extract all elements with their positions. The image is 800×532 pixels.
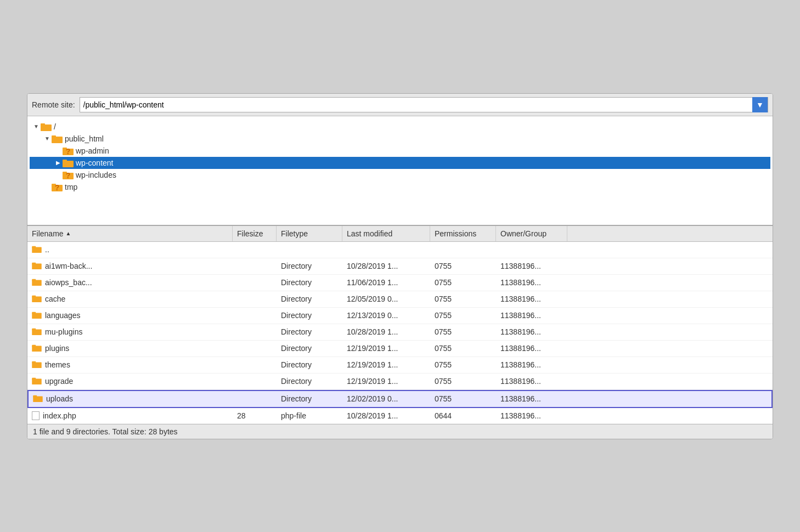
- file-cell-extra: [567, 258, 773, 274]
- file-cell-perms: [430, 242, 496, 258]
- tree-item-wp-content[interactable]: wp-content: [30, 157, 770, 169]
- col-header-permissions[interactable]: Permissions: [430, 226, 496, 241]
- file-cell-type: Directory: [277, 291, 342, 307]
- file-cell-modified: 12/05/2019 0...: [342, 291, 430, 307]
- file-icon-folder: [32, 360, 42, 370]
- file-cell-owner: 11388196...: [496, 357, 567, 373]
- file-cell-extra: [567, 275, 773, 291]
- file-cell-type: php-file: [277, 408, 342, 423]
- remote-site-input[interactable]: [80, 99, 752, 110]
- svg-rect-3: [52, 135, 56, 138]
- file-cell-modified: 12/19/2019 1...: [342, 357, 430, 373]
- svg-rect-16: [32, 246, 36, 248]
- file-cell-type: Directory: [277, 391, 342, 407]
- tree-item-root[interactable]: /: [30, 121, 770, 133]
- tree-label-tmp: tmp: [65, 183, 77, 191]
- tree-item-wp-admin[interactable]: ? wp-admin: [30, 145, 770, 157]
- file-name: ai1wm-back...: [45, 262, 92, 270]
- file-icon-folder: [32, 327, 42, 337]
- toggle-arrow-public-html: [43, 135, 52, 142]
- status-bar: 1 file and 9 directories. Total size: 28…: [27, 424, 773, 439]
- file-cell-perms: 0755: [430, 391, 496, 407]
- file-name: cache: [45, 295, 65, 303]
- col-header-last-modified[interactable]: Last modified: [342, 226, 430, 241]
- tree-item-tmp[interactable]: ? tmp: [30, 181, 770, 193]
- file-cell-extra: [567, 341, 773, 356]
- file-cell-name: languages: [27, 308, 233, 324]
- file-cell-modified: 10/28/2019 1...: [342, 258, 430, 274]
- file-cell-extra: [567, 357, 773, 373]
- file-cell-type: Directory: [277, 275, 342, 291]
- col-header-filename[interactable]: Filename ▲: [27, 226, 233, 241]
- file-cell-perms: 0755: [430, 373, 496, 389]
- file-name: themes: [45, 360, 70, 369]
- col-header-filesize[interactable]: Filesize: [233, 226, 277, 241]
- file-name: languages: [45, 311, 81, 320]
- file-cell-modified: 10/28/2019 1...: [342, 324, 430, 340]
- folder-icon-wp-admin: ?: [63, 146, 74, 155]
- folder-icon-root: [41, 122, 52, 131]
- file-row[interactable]: cache Directory 12/05/2019 0... 0755 113…: [27, 291, 773, 308]
- tree-label-wp-includes: wp-includes: [76, 171, 116, 179]
- file-cell-extra: [567, 373, 773, 389]
- file-name: index.php: [43, 411, 76, 420]
- file-cell-extra: [567, 291, 773, 307]
- file-cell-size: [233, 291, 277, 307]
- status-text: 1 file and 9 directories. Total size: 28…: [33, 427, 178, 436]
- file-cell-extra: [567, 391, 771, 407]
- file-cell-owner: 11388196...: [496, 391, 567, 407]
- col-header-filetype[interactable]: Filetype: [277, 226, 342, 241]
- tree-item-public-html[interactable]: public_html: [30, 133, 770, 145]
- file-row[interactable]: index.php 28 php-file 10/28/2019 1... 06…: [27, 408, 773, 424]
- file-icon-folder: [32, 344, 42, 353]
- svg-rect-32: [32, 377, 36, 380]
- file-row[interactable]: ai1wm-back... Directory 10/28/2019 1... …: [27, 258, 773, 275]
- file-row[interactable]: themes Directory 12/19/2019 1... 0755 11…: [27, 357, 773, 373]
- svg-rect-30: [32, 361, 36, 363]
- svg-rect-34: [33, 395, 37, 397]
- file-cell-size: [233, 373, 277, 389]
- file-row[interactable]: mu-plugins Directory 10/28/2019 1... 075…: [27, 324, 773, 341]
- file-cell-owner: 11388196...: [496, 408, 567, 423]
- file-cell-size: [233, 308, 277, 324]
- file-cell-perms: 0755: [430, 291, 496, 307]
- file-cell-owner: 11388196...: [496, 258, 567, 274]
- file-row[interactable]: upgrade Directory 12/19/2019 1... 0755 1…: [27, 373, 773, 390]
- svg-rect-18: [32, 262, 36, 264]
- file-cell-type: Directory: [277, 324, 342, 340]
- svg-rect-20: [32, 279, 36, 281]
- file-name: aiowps_bac...: [45, 278, 92, 287]
- file-cell-size: [233, 324, 277, 340]
- file-cell-name: ..: [27, 242, 233, 258]
- tree-item-wp-includes[interactable]: ? wp-includes: [30, 169, 770, 181]
- file-cell-name: upgrade: [27, 373, 233, 389]
- file-cell-owner: [496, 242, 567, 258]
- file-cell-size: [233, 258, 277, 274]
- file-icon-folder: [32, 262, 42, 271]
- file-icon-file: [32, 411, 40, 420]
- file-name: ..: [45, 245, 49, 254]
- file-cell-owner: 11388196...: [496, 341, 567, 356]
- file-row[interactable]: ..: [27, 242, 773, 258]
- remote-site-dropdown-button[interactable]: ▼: [752, 97, 768, 112]
- svg-rect-8: [63, 160, 67, 162]
- file-cell-name: cache: [27, 291, 233, 307]
- svg-rect-22: [32, 295, 36, 297]
- file-name: upgrade: [45, 377, 73, 386]
- file-name: mu-plugins: [45, 327, 82, 336]
- file-row[interactable]: uploads Directory 12/02/2019 0... 0755 1…: [27, 390, 773, 408]
- file-cell-extra: [567, 408, 773, 423]
- folder-icon-wp-includes: ?: [63, 171, 74, 179]
- file-cell-extra: [567, 308, 773, 324]
- svg-rect-1: [41, 123, 45, 126]
- file-row[interactable]: languages Directory 12/13/2019 0... 0755…: [27, 308, 773, 324]
- file-cell-type: Directory: [277, 373, 342, 389]
- col-header-owner-group[interactable]: Owner/Group: [496, 226, 567, 241]
- file-row[interactable]: plugins Directory 12/19/2019 1... 0755 1…: [27, 341, 773, 357]
- file-cell-owner: 11388196...: [496, 373, 567, 389]
- remote-site-input-wrapper: ▼: [80, 97, 768, 112]
- file-row[interactable]: aiowps_bac... Directory 11/06/2019 1... …: [27, 275, 773, 291]
- file-cell-type: Directory: [277, 308, 342, 324]
- remote-site-label: Remote site:: [32, 100, 75, 109]
- tree-label-root: /: [54, 122, 56, 131]
